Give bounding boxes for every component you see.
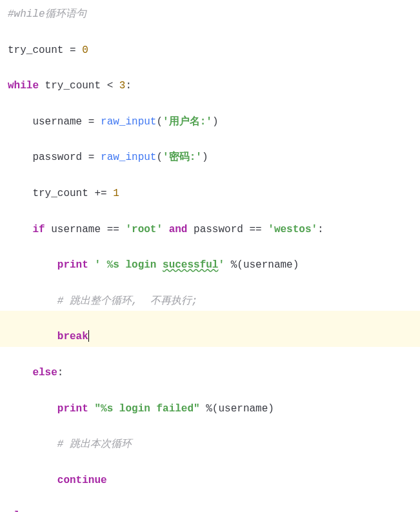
empty-line[interactable] [0, 455, 420, 471]
colon: : [125, 80, 132, 92]
colon: : [317, 224, 324, 235]
code-line-14[interactable]: continue [0, 471, 420, 491]
code-line-3[interactable]: while try_count < 3: [0, 77, 420, 96]
identifier: username [45, 224, 107, 235]
keyword-break: break [57, 331, 88, 342]
comment-text: # 跳出本次循环 [57, 438, 132, 450]
string-literal: ' %s login [88, 259, 163, 271]
paren: ) [293, 259, 299, 271]
empty-line[interactable] [0, 239, 420, 256]
identifier: try_count [39, 80, 107, 92]
operator: += [88, 188, 113, 199]
paren: ( [237, 259, 243, 271]
string-literal: 'root' [125, 224, 163, 235]
identifier: try_count [32, 188, 88, 199]
number-literal: 3 [119, 80, 126, 92]
code-editor[interactable]: #while循环语句 try_count = 0 while try_count… [0, 5, 420, 512]
empty-line[interactable] [0, 490, 420, 507]
code-line-9[interactable]: # 跳出整个循环, 不再执行; [0, 292, 420, 311]
paren: ) [202, 152, 208, 163]
keyword-while: while [8, 80, 39, 92]
identifier: password [32, 152, 82, 163]
identifier: username [243, 259, 293, 271]
identifier: try_count [8, 44, 63, 56]
empty-line[interactable] [0, 25, 420, 41]
operator: = [82, 116, 101, 128]
paren: ) [212, 116, 219, 128]
code-line-4[interactable]: username = raw_input('用户名:') [0, 113, 420, 132]
empty-line[interactable] [0, 347, 420, 364]
code-line-11[interactable]: else: [0, 364, 420, 383]
keyword-if: if [32, 224, 45, 235]
keyword-and: and [163, 224, 187, 235]
code-line-13[interactable]: # 跳出本次循环 [0, 435, 420, 455]
empty-line[interactable] [0, 96, 420, 113]
operator: < [107, 80, 119, 92]
keyword-continue: continue [57, 475, 107, 486]
function-call: raw_input [101, 116, 156, 128]
empty-line[interactable] [0, 204, 420, 221]
empty-line[interactable] [0, 383, 420, 400]
empty-line[interactable] [0, 275, 420, 292]
string-literal: 'westos' [268, 224, 317, 235]
empty-line[interactable] [0, 418, 420, 435]
number-literal: 1 [113, 188, 119, 199]
text-cursor [88, 330, 89, 342]
identifier: username [32, 116, 82, 128]
code-line-7[interactable]: if username == 'root' and password == 'w… [0, 221, 420, 240]
function-call: raw_input [101, 152, 156, 163]
keyword-print: print [57, 259, 88, 271]
comment-text: # 跳出整个循环, 不再执行; [57, 295, 198, 307]
string-literal: '用户名:' [163, 116, 212, 128]
code-line-15[interactable]: else: [0, 507, 420, 512]
string-literal-typo: sucessful [163, 259, 218, 271]
operator: = [63, 44, 82, 56]
keyword-else: else [32, 367, 57, 379]
code-line-12[interactable]: print "%s login failed" %(username) [0, 400, 420, 419]
operator: % [200, 403, 212, 415]
code-line-10[interactable]: break [0, 328, 420, 347]
string-literal: "%s login failed" [88, 403, 200, 415]
paren: ) [268, 403, 274, 415]
code-line-1[interactable]: #while循环语句 [0, 5, 420, 25]
comment-text: #while循环语句 [8, 8, 86, 20]
number-literal: 0 [82, 44, 88, 56]
empty-line[interactable] [0, 311, 420, 328]
empty-line[interactable] [0, 60, 420, 77]
colon: : [57, 367, 64, 379]
operator: == [107, 224, 126, 235]
paren: ( [156, 152, 163, 163]
keyword-print: print [57, 403, 88, 415]
code-line-2[interactable]: try_count = 0 [0, 41, 420, 61]
string-literal: '密码:' [163, 152, 202, 163]
identifier: username [218, 403, 268, 415]
code-line-5[interactable]: password = raw_input('密码:') [0, 148, 420, 168]
paren: ( [156, 116, 163, 128]
empty-line[interactable] [0, 168, 420, 184]
code-line-6[interactable]: try_count += 1 [0, 184, 420, 204]
string-literal: ' [218, 259, 225, 271]
code-line-8[interactable]: print ' %s login sucessful' %(username) [0, 256, 420, 275]
identifier: password [187, 224, 249, 235]
empty-line[interactable] [0, 132, 420, 148]
operator: == [249, 224, 268, 235]
operator: % [225, 259, 237, 271]
operator: = [82, 152, 101, 163]
